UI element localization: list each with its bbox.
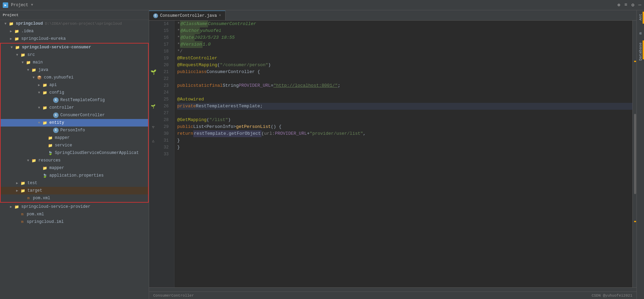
scrollbar-thumb bbox=[634, 114, 636, 194]
folder-icon-idea: 📁 bbox=[14, 28, 20, 34]
ln-21: 21 bbox=[157, 69, 171, 75]
gutter-33 bbox=[149, 151, 157, 158]
tree-item-pom[interactable]: m pom.xml bbox=[1, 194, 148, 202]
tree-item-springcloud[interactable]: ▼ 📁 springcloud D:\IDEA\person-project\s… bbox=[0, 20, 149, 27]
tree-item-rest-template-config[interactable]: C RestTemplateConfig bbox=[1, 96, 148, 104]
code-line-14: * @ClassName ConsumerController bbox=[177, 21, 632, 27]
tree-item-consumer[interactable]: ▼ 📁 springcloud-service-consumer bbox=[1, 44, 148, 51]
gear-icon[interactable]: ⚙ bbox=[631, 2, 634, 8]
label-config: config bbox=[49, 90, 64, 95]
arrow-test: ▶ bbox=[14, 181, 20, 185]
tree-item-src[interactable]: ▼ 📁 src bbox=[1, 51, 148, 59]
editor-scrollbar[interactable] bbox=[632, 21, 636, 287]
arrow-controller: ▼ bbox=[36, 106, 42, 110]
tab-database[interactable]: Database bbox=[637, 40, 644, 63]
gutter-25 bbox=[149, 96, 157, 103]
ln-23: 23 bbox=[157, 82, 171, 89]
settings-icon[interactable]: ≡ bbox=[624, 2, 627, 8]
project-tree[interactable]: ▼ 📁 springcloud D:\IDEA\person-project\s… bbox=[0, 20, 149, 299]
label-rtc: RestTemplateConfig bbox=[60, 98, 105, 103]
label-package: com.yuhuofei bbox=[44, 75, 73, 80]
tree-item-pom-root[interactable]: m pom.xml bbox=[0, 211, 149, 218]
tree-item-app-properties[interactable]: 🍃 application.properties bbox=[1, 172, 148, 179]
folder-icon-springcloud: 📁 bbox=[8, 21, 14, 27]
code-line-16: * @Date 2023/5/23 18:55 bbox=[177, 34, 632, 41]
path-springcloud: D:\IDEA\person-project\springcloud bbox=[45, 22, 122, 26]
tree-item-consumer-controller[interactable]: C ConsumerController bbox=[1, 111, 148, 119]
gutter-32 bbox=[149, 144, 157, 151]
minimize-icon[interactable]: — bbox=[639, 2, 641, 8]
ln-31: 31 bbox=[157, 137, 171, 144]
status-right-text: CSDN @yuhuofei2021 bbox=[592, 294, 632, 298]
bottom-scrollbar[interactable] bbox=[149, 287, 636, 291]
tree-item-package[interactable]: ▼ 📦 com.yuhuofei bbox=[1, 74, 148, 81]
ln-30: 30 bbox=[157, 130, 171, 137]
tab-consumer-controller[interactable]: C ConsumerController.java × bbox=[149, 11, 226, 20]
ln-22: 22 bbox=[157, 75, 171, 82]
gutter-area: 🌱 🌱 ▽ △ bbox=[149, 21, 157, 287]
tab-close-icon[interactable]: × bbox=[219, 14, 221, 17]
label-springcloud: springcloud bbox=[16, 21, 43, 26]
tree-item-api[interactable]: ▶ 📁 api bbox=[1, 81, 148, 89]
tree-item-provider[interactable]: ▶ 📁 springcloud-service-provider bbox=[0, 203, 149, 211]
code-line-27 bbox=[177, 110, 632, 117]
tree-item-config[interactable]: ▼ 📁 config bbox=[1, 89, 148, 96]
class-icon-cc: C bbox=[53, 112, 59, 118]
label-java: java bbox=[38, 68, 48, 72]
tree-item-java[interactable]: ▼ 📁 java bbox=[1, 66, 148, 74]
xml-icon-iml: m bbox=[19, 219, 25, 225]
code-content[interactable]: * @ClassName ConsumerController * @Autho… bbox=[174, 21, 632, 287]
label-mapper-res: mapper bbox=[49, 166, 64, 170]
xml-icon-pom-root: m bbox=[19, 211, 25, 217]
arrow-consumer: ▼ bbox=[9, 46, 14, 49]
tab-ant[interactable]: Ant bbox=[637, 12, 644, 23]
tree-item-target[interactable]: ▶ 📁 target bbox=[1, 187, 148, 194]
tree-item-service[interactable]: 📁 service bbox=[1, 142, 148, 149]
ln-14: 14 bbox=[157, 21, 171, 27]
tree-item-main[interactable]: ▼ 📁 main bbox=[1, 59, 148, 66]
code-line-21: public class ConsumerController { bbox=[177, 69, 632, 75]
arrow-springcloud: ▼ bbox=[3, 22, 8, 26]
folder-icon-config: 📁 bbox=[42, 89, 48, 96]
code-line-32: } bbox=[177, 144, 632, 151]
tree-item-spring-app[interactable]: 🍃 SpringCloudServiceConsumerApplicat bbox=[1, 149, 148, 157]
tree-item-entity[interactable]: ▼ 📁 entity bbox=[1, 119, 148, 127]
tree-item-iml[interactable]: m springcloud.iml bbox=[0, 218, 149, 226]
tree-item-mapper-res[interactable]: 📁 mapper bbox=[1, 164, 148, 172]
tree-item-mapper[interactable]: 📁 mapper bbox=[1, 134, 148, 142]
code-line-23: public static final String PROVIDER_URL … bbox=[177, 82, 632, 89]
label-eureka: springcloud-eureka bbox=[21, 36, 66, 41]
tree-item-test[interactable]: ▶ 📁 test bbox=[1, 179, 148, 187]
properties-icon: 🍃 bbox=[42, 172, 48, 179]
gutter-18 bbox=[149, 48, 157, 55]
folder-icon-mapper: 📁 bbox=[47, 135, 53, 141]
folder-icon-consumer: 📁 bbox=[14, 44, 21, 50]
tree-item-eureka[interactable]: ▶ 📁 springcloud-eureka bbox=[0, 35, 149, 43]
title-actions: ⊕ ≡ ⚙ — bbox=[617, 2, 641, 8]
arrow-java: ▼ bbox=[25, 68, 31, 72]
folder-icon-mapper-res: 📁 bbox=[42, 165, 48, 171]
minimap-marker-3 bbox=[634, 221, 636, 222]
add-icon[interactable]: ⊕ bbox=[617, 2, 620, 8]
ln-18: 18 bbox=[157, 48, 171, 55]
module-consumer-container: ▼ 📁 springcloud-service-consumer ▼ 📁 src… bbox=[0, 43, 149, 203]
tree-item-idea[interactable]: ▶ 📁 .idea bbox=[0, 27, 149, 35]
ln-19: 19 bbox=[157, 55, 171, 62]
right-panel: Ant m Database bbox=[636, 10, 644, 299]
folder-icon-provider: 📁 bbox=[14, 204, 20, 210]
tree-item-person-info[interactable]: C PersonInfo bbox=[1, 127, 148, 134]
tree-item-resources[interactable]: ▼ 📁 resources bbox=[1, 157, 148, 164]
label-iml: springcloud.iml bbox=[27, 219, 64, 224]
gutter-16 bbox=[149, 34, 157, 41]
ln-25: 25 bbox=[157, 96, 171, 103]
sidebar: Project ▼ 📁 springcloud D:\IDEA\person-p… bbox=[0, 10, 149, 299]
label-consumer: springcloud-service-consumer bbox=[22, 45, 91, 50]
tab-maven[interactable]: m bbox=[637, 30, 644, 37]
title-bar: ▶ Project ▼ ⊕ ≡ ⚙ — bbox=[0, 0, 644, 10]
sidebar-header: Project bbox=[0, 10, 149, 20]
gutter-31: △ bbox=[149, 137, 157, 144]
tree-item-controller[interactable]: ▼ 📁 controller bbox=[1, 104, 148, 111]
code-line-28: @GetMapping("/list") bbox=[177, 117, 632, 123]
label-main: main bbox=[33, 60, 43, 65]
ln-32: 32 bbox=[157, 144, 171, 151]
